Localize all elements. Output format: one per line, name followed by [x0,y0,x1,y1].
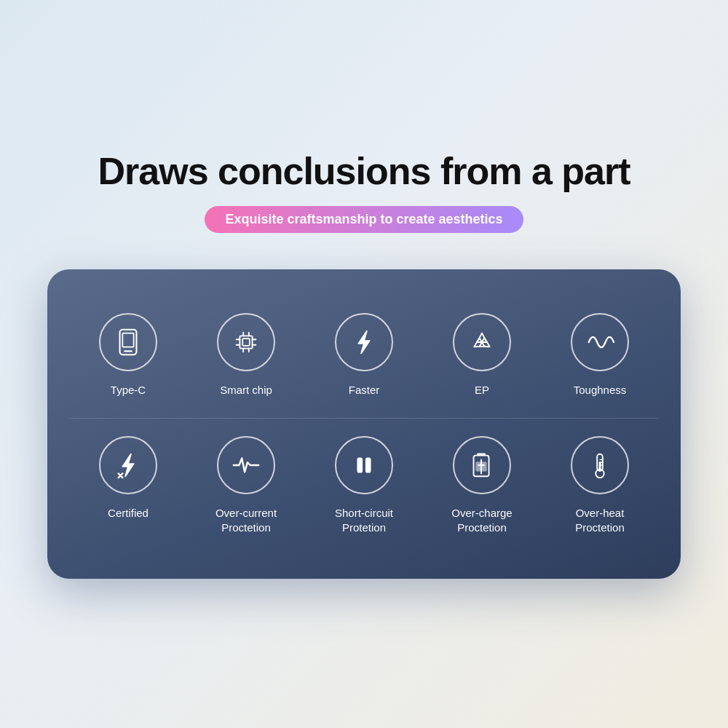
certified-icon-circle [99,436,157,494]
heartbeat-icon [231,450,261,480]
svg-marker-14 [122,454,133,477]
svg-rect-15 [357,458,362,472]
toughness-label: Toughness [574,383,627,397]
certified-label: Certified [108,506,149,521]
type-c-icon-circle [99,313,157,371]
ep-label: EP [475,383,489,397]
feature-certified: Certified [69,422,187,553]
features-row-2: Certified Over-currentProctetion Short-c… [69,422,659,553]
thermometer-icon [585,450,615,480]
svg-rect-2 [122,333,133,347]
row-divider [69,418,659,419]
svg-rect-16 [366,458,371,472]
over-heat-icon-circle [571,436,629,494]
short-circuit-icon-circle [335,436,393,494]
subtitle-badge: Exquisite craftsmanship to create aesthe… [205,206,523,233]
feature-type-c: Type-C [69,298,187,415]
over-charge-label: Over-chargeProctetion [451,506,512,536]
type-c-label: Type-C [111,383,146,397]
feature-over-charge: Over-chargeProctetion [423,422,541,553]
recycle-icon [467,327,497,357]
faster-label: Faster [349,383,380,397]
feature-short-circuit: Short-circuitProtetion [305,422,423,553]
toughness-icon-circle [571,313,629,371]
battery-icon [467,450,497,480]
feature-toughness: Toughness [541,298,659,415]
over-current-label: Over-currentProctetion [215,506,277,536]
feature-ep: EP [423,298,541,415]
feature-smart-chip: Smart chip [187,298,305,415]
wave-icon [585,327,615,357]
svg-rect-4 [242,339,250,346]
svg-marker-13 [358,331,369,353]
chip-icon [231,327,261,357]
pause-icon [349,450,379,480]
features-row-1: Type-C Smart chip [69,298,659,415]
smart-chip-label: Smart chip [220,383,272,397]
over-charge-icon-circle [453,436,511,494]
over-current-icon-circle [217,436,275,494]
feature-faster: Faster [305,298,423,415]
smart-chip-icon-circle [217,313,275,371]
bolt-icon [349,327,379,357]
faster-icon-circle [335,313,393,371]
main-title: Draws conclusions from a part [98,149,630,193]
phone-icon [113,327,143,357]
certified-bolt-icon [113,450,143,480]
over-heat-label: Over-heatProctetion [575,506,625,536]
short-circuit-label: Short-circuitProtetion [335,506,393,536]
feature-over-current: Over-currentProctetion [187,422,305,553]
svg-rect-3 [240,336,252,348]
feature-over-heat: Over-heatProctetion [541,422,659,553]
ep-icon-circle [453,313,511,371]
features-card: Type-C Smart chip [47,269,681,579]
